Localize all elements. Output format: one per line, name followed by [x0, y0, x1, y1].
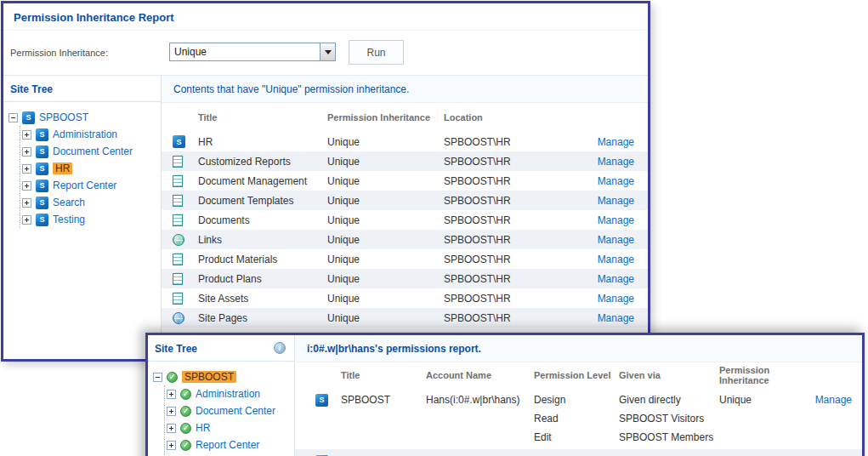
permission-inheritance-select[interactable]: Unique	[169, 43, 336, 61]
manage-link[interactable]: Manage	[598, 175, 634, 187]
sharepoint-site-icon: S	[36, 128, 48, 141]
manage-link[interactable]: Manage	[598, 312, 634, 324]
expand-icon[interactable]	[167, 441, 176, 450]
sharepoint-site-icon: S	[173, 135, 185, 148]
tree-item-hr[interactable]: HR	[165, 419, 292, 436]
chevron-down-icon	[325, 50, 332, 54]
expand-icon[interactable]	[167, 424, 176, 433]
expand-icon[interactable]	[167, 390, 176, 399]
row-title: Site Assets	[198, 293, 327, 305]
table-row: Customized Reports Unique SPBOOST\HR Man…	[162, 151, 648, 171]
manage-link[interactable]: Manage	[815, 394, 852, 406]
manage-link[interactable]: Manage	[598, 293, 634, 305]
row-inheritance: Unique	[327, 156, 444, 168]
tree-item-label: Document Center	[53, 145, 133, 157]
page-title: Permission Inheritance Report	[3, 3, 648, 31]
row-permission-level: Read	[534, 409, 619, 428]
row-inheritance: Unique	[719, 452, 813, 456]
site-tree-panel: Site Tree S SPBOOST S Administration S	[3, 76, 162, 358]
info-icon[interactable]: i	[274, 342, 286, 354]
site-tree-header-label: Site Tree	[155, 343, 197, 355]
table-row: S SPBOOST Hans(i:0#.w|br\hans) Design Re…	[295, 388, 862, 449]
row-location: SPBOOST\HR	[444, 234, 571, 246]
collapse-icon[interactable]	[153, 373, 162, 382]
row-inheritance: Unique	[327, 175, 444, 187]
column-location: Location	[444, 112, 571, 123]
tree-item-testing[interactable]: S Testing	[20, 211, 159, 228]
row-inheritance: Unique	[327, 293, 444, 305]
manage-link[interactable]: Manage	[598, 156, 634, 168]
row-location: SPBOOST\HR	[444, 312, 571, 324]
permission-inheritance-report-window: Permission Inheritance Report Permission…	[1, 1, 650, 362]
sharepoint-site-icon: S	[36, 214, 48, 226]
sharepoint-site-icon: S	[36, 197, 48, 209]
site-tree: SPBOOST Administration Document Center	[148, 362, 294, 456]
tree-item-administration[interactable]: Administration	[165, 385, 292, 402]
tree-item-report-center[interactable]: S Report Center	[20, 177, 159, 194]
row-inheritance: Unique	[327, 273, 444, 285]
check-circle-icon	[167, 372, 178, 383]
tree-item-spboost[interactable]: S SPBOOST	[9, 109, 159, 126]
tree-item-spboost[interactable]: SPBOOST	[153, 368, 292, 385]
manage-link[interactable]: Manage	[598, 214, 634, 226]
table-row: Document Management Unique SPBOOST\HR Ma…	[162, 171, 648, 191]
expand-icon[interactable]	[22, 215, 31, 225]
site-pages-icon	[173, 312, 184, 324]
column-permission-inheritance: Permission Inheritance	[327, 112, 444, 123]
permissions-caption: i:0#.w|br\hans's permissions report.	[295, 335, 862, 362]
row-inheritance: Unique	[327, 214, 444, 226]
tree-item-administration[interactable]: S Administration	[20, 126, 159, 143]
table-row: Site Pages Unique SPBOOST\HR Manage	[162, 308, 648, 328]
row-given-via: SPBOOST Members	[619, 428, 719, 447]
tree-item-report-center[interactable]: Report Center	[165, 436, 292, 453]
row-title: Customized Reports	[198, 156, 327, 168]
expand-icon[interactable]	[22, 130, 31, 140]
table-header-row: Title Permission Inheritance Location	[162, 103, 648, 132]
row-given-via: Members	[619, 452, 719, 456]
site-tree-panel: Site Tree i SPBOOST Administration	[148, 335, 295, 456]
expand-icon[interactable]	[167, 407, 176, 416]
row-location: SPBOOST\HR	[444, 136, 571, 148]
tree-item-document-center[interactable]: Document Center	[165, 402, 292, 419]
manage-link[interactable]: Manage	[598, 254, 634, 265]
results-caption: Contents that have "Unique" permission i…	[162, 76, 648, 103]
manage-link[interactable]: Manage	[598, 273, 634, 285]
expand-icon[interactable]	[22, 198, 31, 208]
sharepoint-site-icon: S	[36, 180, 48, 192]
manage-link[interactable]: Manage	[598, 195, 634, 207]
row-inheritance: Unique	[327, 195, 444, 207]
tree-item-label: Report Center	[53, 180, 116, 191]
tree-item-label: Search	[53, 197, 85, 208]
table-header-row: Title Account Name Permission Level Give…	[295, 362, 862, 388]
results-panel: Contents that have "Unique" permission i…	[162, 76, 648, 358]
row-account: Hans(i:0#.w|br\hans)	[426, 390, 534, 409]
table-row: Links Unique SPBOOST\HR Manage	[162, 230, 648, 249]
table-row: S Administration Hans(i:0#.w|br\hans) Ed…	[295, 449, 862, 456]
expand-icon[interactable]	[22, 147, 31, 157]
dropdown-button[interactable]	[320, 43, 335, 60]
tree-item-label-selected: HR	[53, 162, 72, 174]
row-given-via: Given directly	[619, 390, 719, 409]
permissions-report-window: Site Tree i SPBOOST Administration	[145, 333, 865, 456]
tree-item-hr[interactable]: S HR	[20, 160, 159, 177]
row-permission-level: Edit	[534, 452, 619, 456]
column-account-name: Account Name	[426, 370, 534, 380]
expand-icon[interactable]	[22, 164, 31, 174]
tree-item-document-center[interactable]: S Document Center	[20, 143, 159, 160]
table-row: Site Assets Unique SPBOOST\HR Manage	[162, 288, 648, 308]
row-inheritance: Unique	[327, 234, 444, 246]
row-inheritance: Unique	[719, 390, 813, 409]
table-row: Document Templates Unique SPBOOST\HR Man…	[162, 191, 648, 210]
expand-icon[interactable]	[22, 181, 31, 191]
tree-item-label: Administration	[196, 388, 260, 400]
manage-link[interactable]: Manage	[598, 136, 634, 148]
row-title: Administration	[341, 452, 426, 456]
run-button[interactable]: Run	[349, 40, 404, 65]
collapse-icon[interactable]	[9, 113, 18, 123]
tree-item-search[interactable]: S Search	[20, 194, 159, 211]
tree-item-label-selected: SPBOOST	[182, 371, 236, 383]
permission-inheritance-label: Permission Inheritance:	[10, 48, 108, 58]
manage-link[interactable]: Manage	[598, 234, 634, 246]
row-title: HR	[198, 136, 327, 148]
tree-item-label: HR	[196, 422, 210, 434]
